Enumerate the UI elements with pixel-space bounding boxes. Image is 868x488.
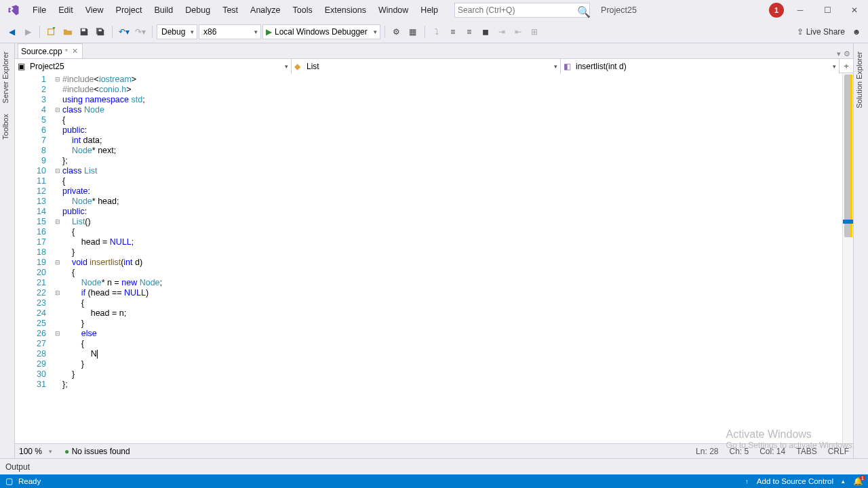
debug-target-label: Local Windows Debugger bbox=[275, 27, 368, 37]
nav-forward-button[interactable]: ▶ bbox=[20, 24, 35, 39]
svg-rect-2 bbox=[98, 29, 101, 31]
navigation-bar: ▣ Project25 ◆ List ◧ insertlist(int d) + bbox=[15, 58, 853, 73]
status-ready: Ready bbox=[18, 477, 41, 485]
menu-project[interactable]: Project bbox=[111, 3, 148, 18]
modified-indicator: * bbox=[65, 47, 68, 56]
class-icon: ◆ bbox=[294, 62, 304, 71]
file-tab-source-cpp[interactable]: Source.cpp * ✕ bbox=[18, 43, 83, 58]
status-square-icon: ▢ bbox=[5, 476, 13, 486]
new-project-button[interactable] bbox=[44, 24, 59, 39]
menu-debug[interactable]: Debug bbox=[180, 3, 216, 18]
menu-file[interactable]: File bbox=[27, 3, 52, 18]
document-tabs: Source.cpp * ✕ ▾ ⚙ bbox=[15, 43, 853, 58]
start-debugging-button[interactable]: ▶ Local Windows Debugger bbox=[262, 24, 380, 39]
server-explorer-tab[interactable]: Server Explorer bbox=[0, 46, 14, 108]
menu-test[interactable]: Test bbox=[217, 3, 243, 18]
editor-area: Source.cpp * ✕ ▾ ⚙ ▣ Project25 ◆ List ◧ … bbox=[15, 43, 853, 458]
notifications-bell-button[interactable]: 🔔1 bbox=[853, 476, 863, 486]
status-bar: ▢ Ready ↑ Add to Source Control ▴ 🔔1 bbox=[0, 474, 868, 488]
redo-button[interactable]: ↷▾ bbox=[133, 24, 148, 39]
solution-config-combo[interactable]: Debug bbox=[157, 24, 197, 39]
nav-back-button[interactable]: ◀ bbox=[4, 24, 19, 39]
bookmark-button[interactable]: ◼ bbox=[478, 24, 493, 39]
svg-rect-1 bbox=[82, 28, 85, 31]
step-over-button[interactable]: ⤵ bbox=[429, 24, 444, 39]
nav-project-combo[interactable]: ▣ Project25 bbox=[15, 59, 292, 74]
close-window-button[interactable]: ✕ bbox=[844, 2, 865, 18]
play-icon: ▶ bbox=[266, 27, 272, 37]
nav-member-combo[interactable]: ◧ insertlist(int d) bbox=[561, 59, 840, 74]
tb-icon-2[interactable]: ▦ bbox=[406, 24, 420, 39]
menu-help[interactable]: Help bbox=[415, 3, 443, 18]
col-indicator: Col: 14 bbox=[760, 447, 785, 456]
notifications-badge[interactable]: 1 bbox=[769, 3, 784, 18]
char-indicator: Ch: 5 bbox=[729, 447, 749, 456]
vs-logo-icon bbox=[5, 2, 22, 18]
file-tab-label: Source.cpp bbox=[21, 47, 62, 56]
output-panel-header[interactable]: Output bbox=[0, 458, 868, 474]
undo-button[interactable]: ↶▾ bbox=[117, 24, 132, 39]
caret-position-indicator bbox=[843, 220, 853, 224]
svg-rect-0 bbox=[48, 28, 54, 35]
main-menu: File Edit View Project Build Debug Test … bbox=[27, 3, 443, 18]
change-marker bbox=[850, 75, 852, 237]
menu-analyze[interactable]: Analyze bbox=[245, 3, 285, 18]
open-file-button[interactable] bbox=[60, 24, 75, 39]
nav-add-button[interactable]: + bbox=[840, 59, 853, 73]
minimize-button[interactable]: ─ bbox=[789, 2, 811, 18]
bell-badge: 1 bbox=[860, 475, 865, 481]
close-tab-button[interactable]: ✕ bbox=[71, 47, 79, 56]
solution-platform-combo[interactable]: x86 bbox=[199, 24, 261, 39]
zoom-chevron-icon[interactable]: ▾ bbox=[49, 448, 52, 455]
publish-icon: ↑ bbox=[745, 478, 749, 485]
standard-toolbar: ◀ ▶ ↶▾ ↷▾ Debug x86 ▶ Local Windows Debu… bbox=[0, 20, 868, 43]
nav-scope-combo[interactable]: ◆ List bbox=[292, 59, 561, 74]
editor-status-bar: 100 % ▾ ● No issues found Ln: 28 Ch: 5 C… bbox=[15, 443, 853, 458]
menu-extensions[interactable]: Extensions bbox=[319, 3, 372, 18]
menu-build[interactable]: Build bbox=[149, 3, 178, 18]
tab-overflow-button[interactable]: ▾ bbox=[837, 49, 841, 58]
solution-name: Project25 bbox=[601, 5, 637, 15]
indent-mode[interactable]: TABS bbox=[796, 447, 816, 456]
toolbox-tab[interactable]: Toolbox bbox=[0, 108, 14, 145]
menu-tools[interactable]: Tools bbox=[288, 3, 318, 18]
right-tool-rail: Solution Explorer bbox=[853, 43, 868, 458]
feedback-button[interactable]: ☻ bbox=[849, 24, 864, 39]
uncomment-button[interactable]: ≡ bbox=[462, 24, 477, 39]
title-bar: File Edit View Project Build Debug Test … bbox=[0, 0, 868, 20]
search-icon: 🔍 bbox=[577, 5, 587, 15]
live-share-icon: ⇪ bbox=[797, 27, 804, 37]
method-icon: ◧ bbox=[564, 62, 573, 71]
zoom-combo[interactable]: 100 % bbox=[19, 447, 42, 456]
line-ending-mode[interactable]: CRLF bbox=[828, 447, 849, 456]
code-text-area[interactable]: #include<iostream>#include<conio.h>using… bbox=[62, 73, 842, 443]
maximize-button[interactable]: ☐ bbox=[816, 2, 838, 18]
tab-settings-button[interactable]: ⚙ bbox=[844, 49, 850, 58]
save-all-button[interactable] bbox=[93, 24, 108, 39]
tb-icon-4[interactable]: ⇤ bbox=[511, 24, 526, 39]
menu-view[interactable]: View bbox=[80, 3, 109, 18]
source-control-chevron-icon[interactable]: ▴ bbox=[842, 478, 845, 485]
output-title: Output bbox=[5, 462, 30, 472]
search-input[interactable] bbox=[458, 5, 577, 15]
tb-icon-3[interactable]: ⇥ bbox=[494, 24, 509, 39]
left-tool-rail: Server Explorer Toolbox bbox=[0, 43, 15, 458]
comment-button[interactable]: ≡ bbox=[446, 24, 460, 39]
menu-edit[interactable]: Edit bbox=[53, 3, 79, 18]
live-share-button[interactable]: ⇪ Live Share bbox=[797, 27, 845, 37]
menu-window[interactable]: Window bbox=[373, 3, 414, 18]
code-editor[interactable]: 1234567891011121314151617181920212223242… bbox=[15, 73, 853, 443]
line-indicator: Ln: 28 bbox=[696, 447, 718, 456]
tb-icon-1[interactable]: ⚙ bbox=[389, 24, 404, 39]
issues-label: No issues found bbox=[72, 447, 130, 456]
vertical-scrollbar[interactable] bbox=[842, 73, 853, 443]
save-button[interactable] bbox=[77, 24, 92, 39]
solution-explorer-tab[interactable]: Solution Explorer bbox=[854, 46, 868, 114]
line-number-gutter: 1234567891011121314151617181920212223242… bbox=[15, 73, 53, 443]
quick-search[interactable]: 🔍 bbox=[454, 3, 590, 18]
issues-ok-icon: ● bbox=[64, 447, 69, 456]
outlining-margin[interactable]: ⊟⊟⊟⊟⊟⊟⊟ bbox=[53, 73, 62, 443]
project-icon: ▣ bbox=[18, 62, 27, 71]
tb-icon-5[interactable]: ⊞ bbox=[527, 24, 542, 39]
add-source-control-button[interactable]: Add to Source Control bbox=[757, 477, 833, 485]
